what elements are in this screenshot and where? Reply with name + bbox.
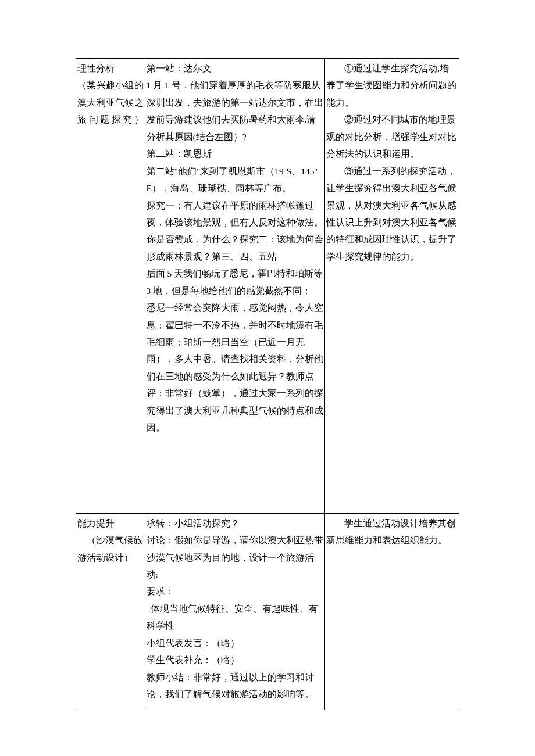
- cell-activity: 承转：小组活动探究？ 讨论：假如你是导游，请你以澳大利亚热带沙漠气候地区为目的地…: [145, 513, 325, 710]
- activity-line: 承转：小组活动探究？: [147, 515, 324, 532]
- lesson-plan-table: 理性分析 （某兴趣小组的澳大利亚气候之旅问题探究） 第一站：达尔文 1 月 1 …: [76, 58, 459, 710]
- cell-stage: 理性分析 （某兴趣小组的澳大利亚气候之旅问题探究）: [76, 59, 145, 514]
- stage-subtitle: （沙漠气候旅游活动设计）: [77, 532, 144, 566]
- intent-text: 学生通过活动设计培养其创新思维能力和表达组织能力。: [326, 515, 458, 549]
- stage-title: 理性分析: [77, 60, 144, 77]
- intent-p2: ②通过对不同城市的地理景观的对比分析，增强学生对对比分析法的认识和运用。: [326, 111, 458, 162]
- activity-line: 学生代表补充：（略）: [147, 651, 324, 668]
- activity-line: 教师小结：非常好，通过以上的学习和讨论，我们了解气候对旅游活动的影响等。: [147, 669, 324, 703]
- cell-intent: 学生通过活动设计培养其创新思维能力和表达组织能力。: [325, 513, 459, 710]
- cell-stage: 能力提升 （沙漠气候旅游活动设计）: [76, 513, 145, 710]
- cell-activity: 第一站：达尔文 1 月 1 号，他们穿着厚厚的毛衣等防寒服从深圳出发，去旅游的第…: [145, 59, 325, 514]
- stage-title: 能力提升: [77, 515, 144, 532]
- table-row: 能力提升 （沙漠气候旅游活动设计） 承转：小组活动探究？ 讨论：假如你是导游，请…: [76, 513, 459, 710]
- activity-line: 讨论：假如你是导游，请你以澳大利亚热带沙漠气候地区为目的地，设计一个旅游活动:: [147, 532, 324, 583]
- table-row: 理性分析 （某兴趣小组的澳大利亚气候之旅问题探究） 第一站：达尔文 1 月 1 …: [76, 59, 459, 514]
- stage-subtitle: （某兴趣小组的澳大利亚气候之旅问题探究）: [77, 77, 144, 128]
- activity-line: 小组代表发言：（略）: [147, 635, 324, 651]
- activity-text: 第一站：达尔文 1 月 1 号，他们穿着厚厚的毛衣等防寒服从深圳出发，去旅游的第…: [147, 60, 324, 436]
- cell-intent: ①通过让学生探究活动,培养了学生读图能力和分析问题的能力。 ②通过对不同城市的地…: [325, 59, 459, 514]
- activity-line: 体现当地气候特征、安全、有趣味性、有科学性: [147, 600, 324, 635]
- intent-p1: ①通过让学生探究活动,培养了学生读图能力和分析问题的能力。: [326, 60, 458, 111]
- intent-p3: ③通过一系列的探究活动，让学生探究得出澳大利亚各气候景观，从对澳大利亚各气候从感…: [326, 163, 458, 266]
- activity-line: 要求：: [147, 583, 324, 600]
